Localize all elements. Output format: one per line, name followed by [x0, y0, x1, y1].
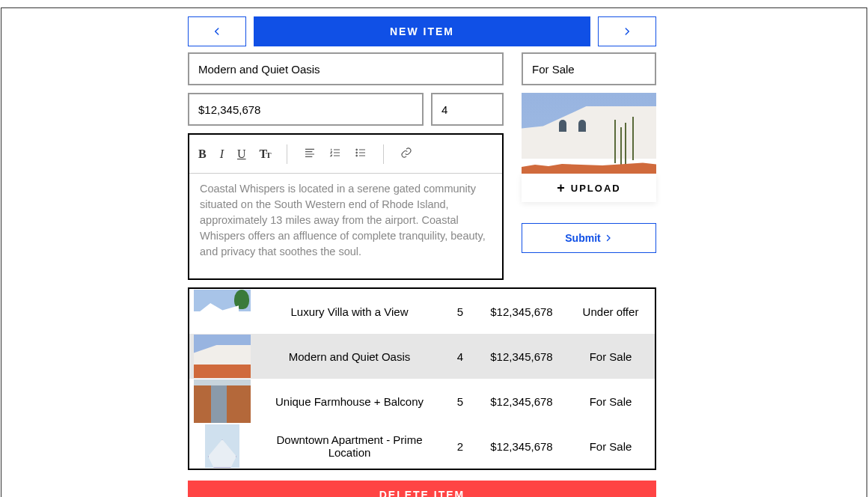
row-name: Unique Farmhouse + Balcony: [255, 395, 444, 408]
listings-scroll[interactable]: Luxury Villa with a View 5 $12,345,678 U…: [189, 289, 655, 469]
price-input[interactable]: $12,345,678: [188, 93, 424, 126]
chevron-right-icon: [604, 234, 613, 243]
status-input[interactable]: For Sale: [522, 52, 656, 85]
description-editor: B I U TT: [188, 133, 504, 280]
toolbar-separator: [383, 144, 384, 164]
align-button[interactable]: [304, 147, 316, 162]
description-text: Coastal Whispers is located in a serene …: [200, 183, 486, 257]
underline-button[interactable]: U: [237, 147, 246, 161]
row-status: For Sale: [566, 350, 655, 363]
ordered-list-icon: [329, 147, 341, 159]
row-qty: 5: [444, 305, 477, 318]
plus-icon: +: [557, 180, 566, 196]
link-icon: [400, 147, 412, 159]
row-price: $12,345,678: [477, 395, 566, 408]
row-name: Luxury Villa with a View: [255, 305, 444, 318]
quantity-value: 4: [441, 103, 447, 116]
price-value: $12,345,678: [198, 103, 260, 116]
listings-table: Luxury Villa with a View 5 $12,345,678 U…: [188, 287, 656, 470]
ordered-list-button[interactable]: [329, 147, 341, 162]
app-window: NEW ITEM Modern and Quiet Oasis $12,345,…: [1, 7, 867, 497]
row-status: For Sale: [566, 440, 655, 453]
svg-point-1: [355, 152, 357, 153]
row-thumbnail: [189, 379, 255, 424]
svg-point-2: [355, 155, 357, 156]
row-price: $12,345,678: [477, 350, 566, 363]
upload-label: UPLOAD: [571, 183, 621, 194]
editor-toolbar: B I U TT: [189, 135, 502, 174]
text-size-button[interactable]: TT: [260, 147, 270, 161]
status-value: For Sale: [532, 63, 575, 76]
upload-button[interactable]: + UPLOAD: [522, 174, 656, 202]
table-row[interactable]: Unique Farmhouse + Balcony 5 $12,345,678…: [189, 379, 655, 424]
image-preview: [522, 93, 656, 174]
top-toolbar: NEW ITEM: [188, 16, 656, 46]
row-qty: 4: [444, 350, 477, 363]
bullet-list-button[interactable]: [355, 147, 367, 162]
chevron-left-icon: [212, 26, 222, 37]
quantity-input[interactable]: 4: [431, 93, 504, 126]
chevron-right-icon: [622, 26, 632, 37]
row-name: Modern and Quiet Oasis: [255, 350, 444, 363]
row-price: $12,345,678: [477, 305, 566, 318]
row-thumbnail: [189, 424, 255, 469]
italic-button[interactable]: I: [220, 147, 224, 161]
align-icon: [304, 147, 316, 159]
prev-button[interactable]: [188, 16, 246, 46]
link-button[interactable]: [400, 147, 412, 162]
row-qty: 5: [444, 395, 477, 408]
delete-button[interactable]: DELETE ITEM: [188, 481, 656, 497]
bold-button[interactable]: B: [198, 147, 207, 161]
svg-point-0: [355, 149, 357, 150]
row-price: $12,345,678: [477, 440, 566, 453]
row-status: Under offer: [566, 305, 655, 318]
next-button[interactable]: [598, 16, 656, 46]
submit-button[interactable]: Submit: [522, 223, 656, 253]
row-thumbnail: [189, 334, 255, 379]
new-item-label: NEW ITEM: [390, 25, 454, 37]
toolbar-separator: [287, 144, 287, 164]
table-row[interactable]: Downtown Apartment - Prime Location 2 $1…: [189, 424, 655, 469]
name-value: Modern and Quiet Oasis: [198, 63, 320, 76]
row-thumbnail: [189, 289, 255, 334]
submit-label: Submit: [565, 232, 600, 244]
delete-label: DELETE ITEM: [379, 489, 465, 497]
row-qty: 2: [444, 440, 477, 453]
row-name: Downtown Apartment - Prime Location: [255, 433, 444, 459]
description-textarea[interactable]: Coastal Whispers is located in a serene …: [189, 174, 502, 278]
table-row[interactable]: Luxury Villa with a View 5 $12,345,678 U…: [189, 289, 655, 334]
name-input[interactable]: Modern and Quiet Oasis: [188, 52, 504, 85]
row-status: For Sale: [566, 395, 655, 408]
table-row[interactable]: Modern and Quiet Oasis 4 $12,345,678 For…: [189, 334, 655, 379]
new-item-button[interactable]: NEW ITEM: [254, 16, 590, 46]
bullet-list-icon: [355, 147, 367, 159]
